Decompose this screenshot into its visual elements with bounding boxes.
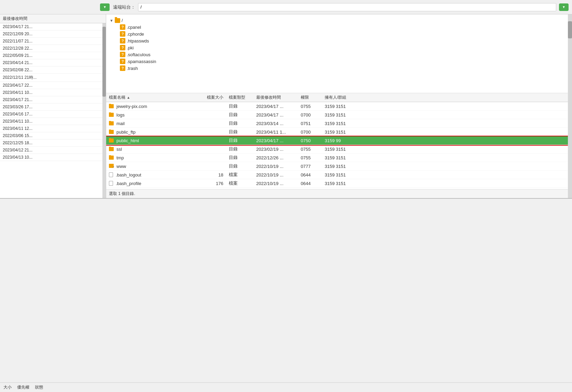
header-type[interactable]: 檔案類型 [226,95,253,100]
table-row[interactable]: logs 目錄 2023/04/17 ... 0700 3159 3151 [106,111,568,119]
list-item: 2022/05/09 21... [0,52,102,59]
list-item: 2023/04/13 10... [0,154,102,161]
right-scrollbar[interactable] [568,14,572,198]
file-perm-cell: 0700 [298,112,322,118]
tree-item[interactable]: ? .spamassassin [106,58,568,65]
table-row[interactable]: jewelry-pix.com 目錄 2023/04/17 ... 0755 3… [106,102,568,111]
left-scrollbar[interactable] [102,23,106,198]
tree-item[interactable]: ? .trash [106,65,568,72]
file-perm-cell: 0700 [298,130,322,135]
list-item: 2023/04/11 10... [0,89,102,96]
remote-dropdown-btn[interactable]: ▼ [559,3,569,11]
question-icon: ? [120,59,125,64]
file-owner-cell: 3159 3151 [322,147,363,152]
left-panel: 最後修改時間 2023/04/17 21... 2022/12/09 20...… [0,14,106,198]
list-item: 2023/04/17 21... [0,96,102,103]
remote-label: 遠端站台： [113,4,135,10]
table-row[interactable]: .bash_profile 176 檔案 2022/10/19 ... 0644… [106,179,568,188]
remote-path-input[interactable] [138,3,556,11]
table-row[interactable]: ssl 目錄 2023/02/19 ... 0755 3159 3151 [106,145,568,154]
file-owner-cell: 3159 3151 [322,181,363,186]
file-owner-cell: 3159 3151 [322,104,363,109]
content-area: 最後修改時間 2023/04/17 21... 2022/12/09 20...… [0,14,572,198]
table-row[interactable]: .bash_logout 18 檔案 2022/10/19 ... 0644 3… [106,171,568,179]
file-name-cell: mail [106,121,202,126]
header-size[interactable]: 檔案大小 [202,95,226,100]
tree-item-label: .softaculous [127,52,150,57]
tree-item-label: .cpanel [127,25,141,30]
file-list-area: 檔案名稱 ▲ 檔案大小 檔案類型 最後修改時間 權限 擁有人/群組 [106,93,568,198]
folder-icon [109,147,114,151]
question-icon: ? [120,31,125,37]
header-owner[interactable]: 擁有人/群組 [322,95,363,100]
file-date-cell: 2022/10/19 ... [253,164,298,169]
left-time-col-header: 最後修改時間 [3,16,27,22]
tree-item[interactable]: ? .cpanel [106,24,568,30]
question-icon: ? [120,52,125,57]
status-bar: 大小 優先權 狀態 [0,382,572,392]
left-scrollbar-thumb[interactable] [102,27,106,97]
file-date-cell: 2023/04/17 ... [253,104,298,109]
folder-icon [109,138,114,143]
tree-item[interactable]: ? .cphorde [106,30,568,37]
left-list-content: 2023/04/17 21... 2022/12/09 20... 2022/1… [0,23,102,198]
tree-root-item[interactable]: ▼ / [106,17,568,24]
tree-item[interactable]: ? .htpasswds [106,37,568,44]
status-state-label: 狀態 [35,384,43,390]
table-row[interactable]: public_ftp 目錄 2023/04/11 1... 0700 3159 … [106,128,568,136]
file-perm-cell: 0644 [298,181,322,186]
tree-item-label: .pki [127,45,134,50]
left-panel-header: 最後修改時間 [0,14,106,23]
file-type-cell: 目錄 [226,129,253,135]
header-date[interactable]: 最後修改時間 [253,95,298,100]
list-item: 2022/12/09 20... [0,30,102,38]
tree-item[interactable]: ? .pki [106,44,568,51]
file-perm-cell: 0751 [298,121,322,126]
left-list: 2023/04/17 21... 2022/12/09 20... 2022/1… [0,23,102,161]
tree-item-label: .trash [127,66,138,71]
list-item: 2023/04/16 17... [0,111,102,118]
file-name-cell: public_ftp [106,130,202,135]
table-row[interactable]: mail 目錄 2023/03/14 ... 0751 3159 3151 [106,119,568,128]
tree-item[interactable]: ? .softaculous [106,51,568,58]
table-row[interactable]: ↗ www 目錄 2022/10/19 ... 0777 3159 3151 [106,162,568,171]
file-icon [109,172,113,177]
file-size-cell: 18 [202,172,226,177]
file-date-cell: 2023/04/17 ... [253,112,298,118]
file-owner-cell: 3159 3151 [322,130,363,135]
header-name[interactable]: 檔案名稱 ▲ [106,95,202,100]
status-size-label: 大小 [3,384,12,390]
sort-arrow-icon: ▲ [127,96,130,99]
table-row[interactable]: tmp 目錄 2022/12/26 ... 0755 3159 3151 [106,154,568,162]
file-type-cell: 檔案 [226,172,253,178]
tree-item-label: .spamassassin [127,59,156,64]
header-perm[interactable]: 權限 [298,95,322,100]
right-scrollbar-thumb[interactable] [568,21,572,38]
list-item: 2023/04/11 12... [0,125,102,132]
list-item: 2023/02/08 22... [0,66,102,74]
file-owner-cell: 3159 3151 [322,121,363,126]
file-date-cell: 2023/04/11 1... [253,130,298,135]
list-item: 2022/11/07 21... [0,38,102,45]
question-icon: ? [120,65,125,71]
bottom-area [0,198,572,382]
list-item: 2023/04/17 22... [0,82,102,89]
file-date-cell: 2023/02/19 ... [253,147,298,152]
left-panel-dropdown[interactable]: ▼ [100,3,110,11]
selection-status: 選取 1 個目錄. [106,189,568,198]
table-row-selected[interactable]: public_html 目錄 2023/04/17 ... 0750 3159 … [106,136,568,145]
file-perm-cell: 0750 [298,138,322,143]
top-bar: ▼ 遠端站台： ▼ [0,0,572,14]
file-type-cell: 目錄 [226,146,253,152]
file-perm-cell: 0644 [298,172,322,177]
file-perm-cell: 0755 [298,155,322,160]
file-perm-cell: 0755 [298,104,322,109]
list-item: 2023/04/11 10... [0,118,102,125]
file-date-cell: 2022/10/19 ... [253,181,298,186]
folder-icon [109,121,114,125]
root-folder-icon [115,18,120,23]
file-name-cell: ssl [106,147,202,152]
www-folder-icon: ↗ [109,164,114,168]
tree-item-label: .cphorde [127,32,144,37]
file-name-cell: jewelry-pix.com [106,104,202,109]
